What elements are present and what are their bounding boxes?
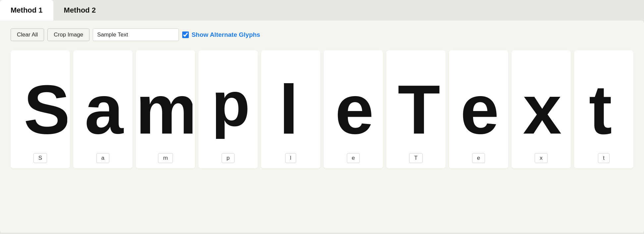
glyph-card-p[interactable]: p p [198,50,258,168]
svg-text:x: x [523,71,562,148]
tab-method2[interactable]: Method 2 [53,0,107,21]
clear-all-button[interactable]: Clear All [11,29,44,41]
glyph-image-m: m [138,56,192,148]
svg-text:T: T [398,71,440,148]
glyph-label-t: t [598,153,610,163]
glyph-image-x: x [514,56,568,148]
content-area: Clear All Crop Image Show Alternate Glyp… [0,21,644,233]
svg-text:p: p [212,69,250,139]
glyph-card-l[interactable]: l l [261,50,320,168]
glyph-image-e: e [326,56,380,148]
glyph-label-a: a [96,153,109,163]
glyph-image-a: a [76,56,130,148]
glyph-label-S: S [33,153,47,163]
glyph-label-l: l [285,153,296,163]
svg-text:e: e [335,71,374,148]
sample-text-input[interactable] [93,29,179,41]
svg-text:m: m [138,71,192,148]
glyph-card-e2[interactable]: e e [449,50,508,168]
glyph-label-e: e [347,153,360,163]
glyph-image-t: t [577,56,631,148]
glyph-card-e[interactable]: e e [324,50,383,168]
crop-image-button[interactable]: Crop Image [47,29,89,41]
glyph-card-x[interactable]: x x [511,50,571,168]
tab-bar: Method 1 Method 2 [0,0,644,21]
tab-method1[interactable]: Method 1 [0,0,53,21]
svg-text:S: S [24,71,68,148]
glyph-label-e2: e [472,153,485,163]
glyph-card-a[interactable]: a a [73,50,133,168]
svg-text:a: a [85,71,124,148]
show-alternate-glyphs-label[interactable]: Show Alternate Glyphs [182,31,260,38]
glyph-label-x: x [535,153,548,163]
glyph-card-t[interactable]: t t [574,50,633,168]
glyph-image-T: T [389,56,443,148]
svg-text:l: l [279,71,298,148]
glyph-card-S[interactable]: S S [11,50,70,168]
toolbar: Clear All Crop Image Show Alternate Glyp… [11,29,633,41]
glyph-image-l: l [264,56,318,148]
app-container: Method 1 Method 2 Clear All Crop Image S… [0,0,644,233]
glyph-label-m: m [158,153,173,163]
glyph-label-T: T [409,153,422,163]
show-alternate-glyphs-checkbox[interactable] [182,31,189,38]
glyph-card-m[interactable]: m m [136,50,195,168]
glyph-image-p: p [201,56,255,148]
show-alternate-glyphs-text: Show Alternate Glyphs [191,31,260,38]
svg-text:e: e [460,71,499,148]
glyph-card-T[interactable]: T T [386,50,446,168]
glyph-label-p: p [222,153,235,163]
glyph-grid: S S a a m [11,50,633,168]
glyph-image-S: S [13,56,67,148]
glyph-image-e2: e [452,56,506,148]
svg-text:t: t [589,71,612,148]
